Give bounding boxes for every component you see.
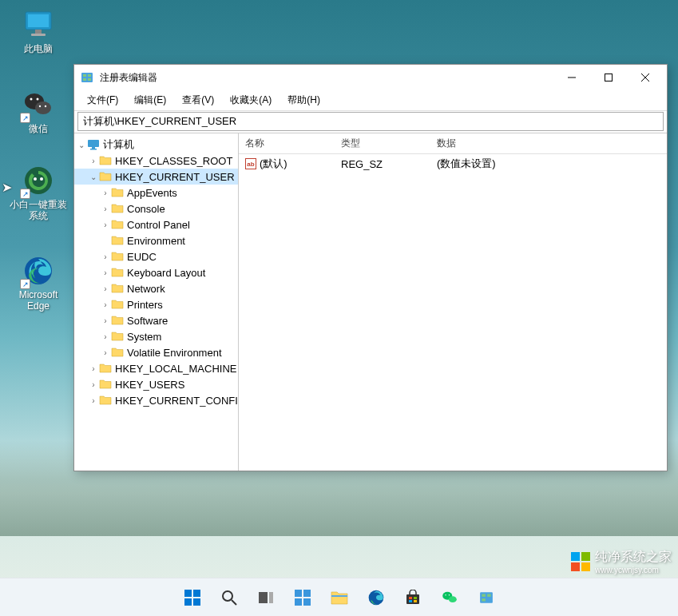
tree-node-hkcr[interactable]: ›HKEY_CLASSES_ROOT [74, 153, 238, 169]
svg-rect-35 [303, 590, 311, 597]
expander-icon[interactable]: › [88, 157, 99, 165]
tree-label: Environment [127, 235, 185, 247]
tree-node-volatile-environment[interactable]: ›Volatile Environment [74, 344, 238, 360]
tree-node-hku[interactable]: ›HKEY_USERS [74, 376, 238, 392]
explorer-button[interactable] [323, 582, 355, 614]
menu-edit[interactable]: 编辑(E) [126, 91, 174, 109]
col-name-header[interactable]: 名称 [245, 137, 341, 150]
tree-node-environment[interactable]: Environment [74, 232, 238, 248]
svg-point-12 [40, 177, 43, 181]
expander-icon[interactable]: › [100, 316, 111, 325]
desktop-icon-this-pc[interactable]: 此电脑 [8, 8, 69, 54]
tree-node-hkcu[interactable]: ⌄HKEY_CURRENT_USER [74, 169, 238, 185]
close-button[interactable] [627, 66, 664, 89]
edge-taskbar-button[interactable] [360, 582, 392, 614]
menu-favorites[interactable]: 收藏夹(A) [222, 91, 280, 109]
expander-icon[interactable]: › [100, 205, 111, 213]
tree-node-keyboard-layout[interactable]: ›Keyboard Layout [74, 264, 238, 280]
value-pane[interactable]: 名称 类型 数据 ab(默认) REG_SZ (数值未设置) [239, 133, 667, 471]
tree-label: HKEY_USERS [115, 379, 184, 391]
menu-view[interactable]: 查看(V) [174, 91, 222, 109]
desktop-icon-xiaobai[interactable]: ↗ 小白一键重装系统 [8, 164, 69, 222]
tree-node-hkcc[interactable]: ›HKEY_CURRENT_CONFIG [74, 392, 238, 408]
svg-rect-52 [482, 598, 486, 601]
tree-label: HKEY_CURRENT_CONFIG [115, 395, 239, 407]
tree-node-printers[interactable]: ›Printers [74, 296, 238, 312]
expander-icon[interactable]: › [100, 221, 111, 229]
tree-label: System [127, 331, 161, 343]
col-type-header[interactable]: 类型 [341, 137, 437, 150]
svg-rect-17 [83, 78, 86, 81]
tree-label: Console [127, 203, 165, 215]
address-bar[interactable]: 计算机\HKEY_CURRENT_USER [77, 112, 664, 131]
tree-root-computer[interactable]: ⌄计算机 [74, 137, 238, 153]
svg-rect-38 [331, 595, 347, 597]
desktop: 此电脑 ↗ 微信 ↗ 小白一键重装系统 ↗ Microsoft Edge ➤ 注… [0, 0, 678, 616]
tree-label: Network [127, 283, 165, 295]
wechat-taskbar-button[interactable] [434, 582, 466, 614]
svg-point-30 [223, 591, 232, 601]
value-data: (数值未设置) [437, 157, 667, 171]
expander-icon[interactable]: › [100, 348, 111, 357]
desktop-icon-wechat[interactable]: ↗ 微信 [8, 88, 69, 134]
expander-icon[interactable]: ⌄ [76, 141, 87, 149]
expander-icon[interactable]: › [88, 380, 99, 389]
tree-node-console[interactable]: ›Console [74, 201, 238, 217]
search-button[interactable] [213, 582, 245, 614]
task-view-button[interactable] [250, 582, 282, 614]
tree-label: AppEvents [127, 187, 177, 199]
svg-rect-2 [35, 30, 42, 34]
value-type: REG_SZ [341, 158, 437, 170]
expander-icon[interactable]: › [100, 189, 111, 197]
menu-help[interactable]: 帮助(H) [280, 91, 328, 109]
mouse-cursor-icon: ➤ [2, 180, 12, 195]
desktop-icon-edge[interactable]: ↗ Microsoft Edge [8, 254, 69, 312]
regedit-taskbar-button[interactable] [470, 582, 502, 614]
expander-icon[interactable]: › [88, 396, 99, 405]
svg-rect-16 [88, 74, 91, 77]
shortcut-arrow-icon: ↗ [20, 189, 30, 199]
maximize-button[interactable] [590, 66, 627, 89]
expander-icon[interactable]: › [100, 252, 111, 261]
menu-file[interactable]: 文件(F) [79, 91, 126, 109]
menubar: 文件(F) 编辑(E) 查看(V) 收藏夹(A) 帮助(H) [74, 90, 667, 111]
tree-node-software[interactable]: ›Software [74, 312, 238, 328]
store-button[interactable] [397, 582, 429, 614]
desktop-icon-label: 微信 [29, 123, 48, 134]
expander-icon[interactable]: › [88, 364, 99, 373]
svg-rect-50 [482, 594, 486, 596]
tree-label: 计算机 [103, 137, 134, 152]
expander-icon[interactable]: › [100, 300, 111, 309]
tree-node-system[interactable]: ›System [74, 328, 238, 344]
expander-icon[interactable]: ⌄ [88, 173, 99, 181]
expander-icon[interactable]: › [100, 268, 111, 277]
value-row[interactable]: ab(默认) REG_SZ (数值未设置) [239, 154, 667, 173]
svg-rect-49 [480, 592, 493, 603]
svg-rect-23 [88, 140, 99, 147]
registry-editor-window: 注册表编辑器 文件(F) 编辑(E) 查看(V) 收藏夹(A) 帮助(H) 计算… [73, 64, 668, 471]
col-data-header[interactable]: 数据 [437, 137, 667, 150]
svg-rect-42 [414, 597, 417, 599]
tree-node-eudc[interactable]: ›EUDC [74, 248, 238, 264]
tree-label: EUDC [127, 251, 157, 263]
expander-icon[interactable]: › [100, 332, 111, 341]
tree-pane[interactable]: ⌄计算机›HKEY_CLASSES_ROOT⌄HKEY_CURRENT_USER… [74, 133, 239, 471]
svg-rect-28 [184, 598, 192, 606]
minimize-button[interactable] [553, 66, 590, 89]
tree-node-appevents[interactable]: ›AppEvents [74, 185, 238, 201]
value-header: 名称 类型 数据 [239, 133, 667, 154]
start-button[interactable] [176, 582, 208, 614]
widgets-button[interactable] [287, 582, 319, 614]
svg-point-6 [30, 98, 33, 101]
tree-label: HKEY_CLASSES_ROOT [115, 155, 232, 167]
svg-line-31 [232, 600, 236, 605]
watermark-text: 纯净系统之家 [595, 549, 672, 566]
titlebar[interactable]: 注册表编辑器 [74, 65, 667, 90]
tree-node-hklm[interactable]: ›HKEY_LOCAL_MACHINE [74, 360, 238, 376]
tree-node-control-panel[interactable]: ›Control Panel [74, 217, 238, 232]
expander-icon[interactable]: › [100, 284, 111, 293]
tree-node-network[interactable]: ›Network [74, 280, 238, 296]
tree-label: Software [127, 315, 168, 327]
svg-rect-18 [88, 78, 91, 81]
svg-rect-37 [303, 598, 311, 606]
